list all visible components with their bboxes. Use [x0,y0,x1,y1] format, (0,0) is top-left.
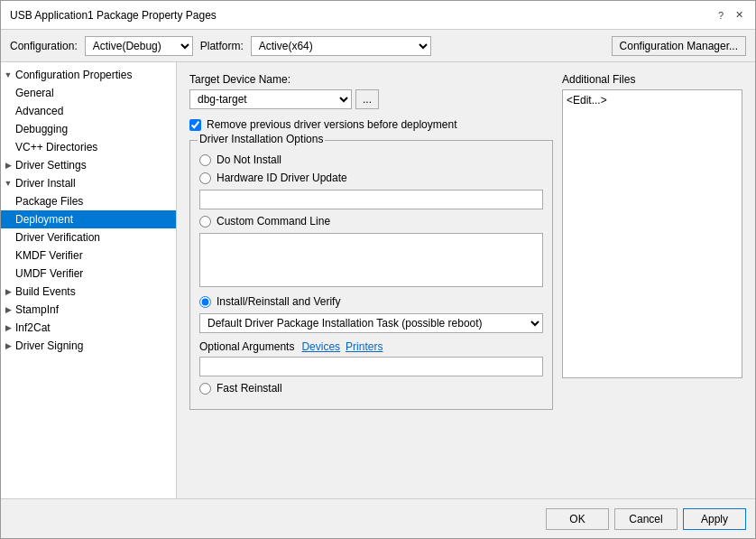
devices-link[interactable]: Devices [301,340,340,353]
sidebar-label: StampInf [15,303,59,316]
bottom-bar: OK Cancel Apply [1,498,755,538]
sidebar-label: Deployment [15,213,73,226]
sidebar-label: Debugging [15,123,68,135]
target-device-label: Target Device Name: [189,73,553,86]
radio-fast-reinstall-row: Fast Reinstall [199,382,543,395]
sidebar-item-driver-settings[interactable]: ▶ Driver Settings [1,156,176,174]
sidebar-label: Package Files [15,195,83,208]
optional-args-row: Optional Arguments Devices Printers [199,340,543,353]
radio-custom-cmd[interactable] [199,216,211,228]
title-bar-controls: ? ✕ [714,8,746,23]
sidebar-label: Advanced [15,105,63,117]
target-device-select[interactable]: dbg-target [189,89,352,109]
sidebar-label: Inf2Cat [15,321,51,334]
sidebar-label: Driver Verification [15,231,100,244]
left-panel: Target Device Name: dbg-target ... Remov… [189,73,553,419]
target-device-row: dbg-target ... [189,89,553,109]
sidebar-label: General [15,87,54,99]
sidebar-label: Driver Install [15,177,76,190]
help-button[interactable]: ? [714,8,728,23]
platform-select[interactable]: Active(x64) [251,36,431,56]
sidebar-item-vcpp-dirs[interactable]: VC++ Directories [1,138,176,156]
sidebar-item-kmdf-verifier[interactable]: KMDF Verifier [1,246,176,265]
sidebar-item-driver-install[interactable]: ▼ Driver Install [1,174,176,192]
sidebar-label: Configuration Properties [15,69,132,81]
content-panel: Target Device Name: dbg-target ... Remov… [177,62,755,498]
radio-custom-cmd-row: Custom Command Line [199,215,543,228]
expand-arrow: ▶ [1,341,15,350]
sidebar-label: KMDF Verifier [15,249,83,262]
sidebar-item-general[interactable]: General [1,84,176,102]
sidebar-label: VC++ Directories [15,141,97,153]
config-select[interactable]: Active(Debug) [85,36,193,56]
sidebar-item-inf2cat[interactable]: ▶ Inf2Cat [1,319,176,337]
sidebar-item-config-properties[interactable]: ▼ Configuration Properties [1,66,176,84]
optional-args-label: Optional Arguments [199,340,294,353]
sidebar-item-debugging[interactable]: Debugging [1,120,176,138]
additional-files-box[interactable]: <Edit...> [562,89,742,378]
radio-hardware-id-label: Hardware ID Driver Update [217,172,347,184]
apply-button[interactable]: Apply [683,508,746,530]
expand-arrow: ▼ [1,179,15,188]
radio-custom-cmd-label: Custom Command Line [217,215,330,228]
sidebar-item-build-events[interactable]: ▶ Build Events [1,283,176,301]
content-split: Target Device Name: dbg-target ... Remov… [189,73,742,419]
additional-files-value: <Edit...> [567,94,607,107]
platform-label: Platform: [200,40,244,52]
sidebar-item-driver-verification[interactable]: Driver Verification [1,228,176,246]
expand-arrow: ▶ [1,287,15,296]
radio-install-reinstall[interactable] [199,296,211,308]
config-bar: Configuration: Active(Debug) Platform: A… [1,30,755,62]
dialog: USB Application1 Package Property Pages … [0,0,756,539]
sidebar-item-advanced[interactable]: Advanced [1,102,176,120]
printers-link[interactable]: Printers [346,340,383,353]
right-panel: Additional Files <Edit...> [562,73,742,419]
radio-hardware-id-row: Hardware ID Driver Update [199,172,543,184]
radio-fast-reinstall[interactable] [199,383,211,395]
radio-do-not-install-row: Do Not Install [199,153,543,166]
sidebar-label: Driver Signing [15,339,83,352]
sidebar: ▼ Configuration Properties General Advan… [1,62,177,498]
remove-previous-checkbox[interactable] [189,119,201,131]
driver-install-group: Driver Installation Options Do Not Insta… [189,140,553,410]
radio-install-reinstall-label: Install/Reinstall and Verify [217,295,340,308]
expand-arrow: ▶ [1,161,15,170]
sidebar-item-driver-signing[interactable]: ▶ Driver Signing [1,337,176,355]
expand-arrow: ▼ [1,70,15,79]
ok-button[interactable]: OK [546,508,609,530]
radio-hardware-id[interactable] [199,172,211,184]
sidebar-label: UMDF Verifier [15,267,83,280]
config-label: Configuration: [10,40,78,52]
close-button[interactable]: ✕ [732,8,746,23]
custom-cmd-textarea[interactable] [199,233,543,287]
optional-args-input[interactable] [199,357,543,376]
title-bar: USB Application1 Package Property Pages … [1,1,755,30]
sidebar-item-stampinf[interactable]: ▶ StampInf [1,301,176,319]
sidebar-label: Driver Settings [15,159,87,172]
remove-previous-row: Remove previous driver versions before d… [189,118,553,131]
install-task-row: Default Driver Package Installation Task… [199,313,543,333]
dialog-title: USB Application1 Package Property Pages [10,9,217,22]
group-title: Driver Installation Options [198,133,325,145]
remove-previous-label: Remove previous driver versions before d… [207,118,456,131]
radio-do-not-install[interactable] [199,154,211,166]
radio-do-not-install-label: Do Not Install [217,153,281,166]
sidebar-item-package-files[interactable]: Package Files [1,192,176,210]
additional-files-label: Additional Files [562,73,742,86]
main-area: ▼ Configuration Properties General Advan… [1,62,755,498]
browse-button[interactable]: ... [355,89,379,109]
hardware-id-input[interactable] [199,190,543,209]
radio-fast-reinstall-label: Fast Reinstall [217,382,282,395]
install-task-select[interactable]: Default Driver Package Installation Task… [199,313,543,333]
sidebar-item-umdf-verifier[interactable]: UMDF Verifier [1,265,176,283]
config-manager-button[interactable]: Configuration Manager... [612,36,746,56]
radio-install-reinstall-row: Install/Reinstall and Verify [199,295,543,308]
sidebar-item-deployment[interactable]: Deployment [1,210,176,228]
sidebar-label: Build Events [15,285,76,298]
cancel-button[interactable]: Cancel [614,508,678,530]
expand-arrow: ▶ [1,305,15,314]
expand-arrow: ▶ [1,323,15,332]
